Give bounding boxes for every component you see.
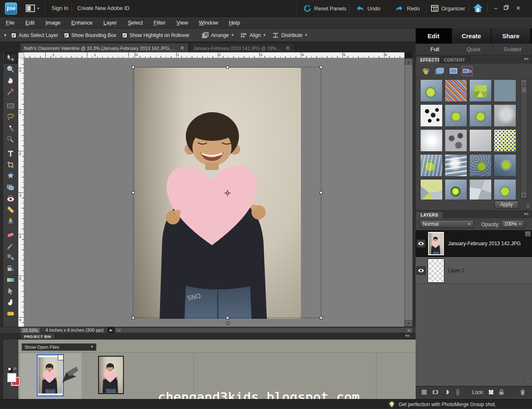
delete-layer-icon[interactable] <box>519 389 526 396</box>
blend-mode-dropdown[interactable]: Normal ▼ <box>420 220 474 228</box>
effect-thumbnail[interactable] <box>470 180 491 200</box>
effects-scrollbar[interactable]: ▲ ≡ ▼ <box>520 79 527 199</box>
reset-panels-button[interactable]: Reset Panels <box>303 3 346 13</box>
handle-top-left[interactable] <box>132 66 135 69</box>
lock-all-icon[interactable] <box>498 389 505 396</box>
checkbox-checked-icon[interactable]: ✓ <box>64 33 69 38</box>
arrange-button[interactable]: Arrange▼ <box>202 32 234 38</box>
menu-enhance[interactable]: Enhance <box>71 20 93 26</box>
effect-thumbnail[interactable] <box>445 130 467 151</box>
tool-eraser[interactable] <box>4 229 17 241</box>
effect-thumbnail[interactable] <box>421 130 442 151</box>
menu-layer[interactable]: Layer <box>103 20 117 26</box>
show-highlight-on-rollover-option[interactable]: ✓ Show Highlight on Rollover <box>122 32 190 38</box>
tool-lasso[interactable] <box>4 111 17 123</box>
tool-brush[interactable] <box>4 241 17 252</box>
tab-share[interactable]: Share <box>491 28 531 44</box>
handle-mid-right[interactable] <box>320 191 323 194</box>
menu-select[interactable]: Select <box>128 20 143 26</box>
effect-thumbnail[interactable] <box>421 180 442 200</box>
panel-menu-icon[interactable]: ▾≡ <box>405 333 410 338</box>
rotate-handle[interactable] <box>226 321 230 325</box>
all-effects-category-icon[interactable]: fx <box>462 66 473 76</box>
checkbox-checked-icon[interactable]: ✓ <box>122 33 127 38</box>
tool-gradient[interactable] <box>4 274 17 286</box>
tool-move[interactable] <box>4 52 17 64</box>
tool-sponge[interactable] <box>4 308 17 319</box>
effect-thumbnail[interactable] <box>470 80 491 101</box>
effect-thumbnail[interactable] <box>494 155 516 176</box>
redo-button[interactable]: Redo <box>395 3 420 13</box>
tool-smart-brush[interactable] <box>4 252 17 263</box>
tab-create[interactable]: Create <box>452 28 491 44</box>
layer-thumbnail[interactable] <box>428 232 444 255</box>
tool-zoom[interactable] <box>4 64 17 75</box>
filters-category-icon[interactable] <box>421 66 431 76</box>
handle-top-right[interactable] <box>320 66 323 69</box>
tool-spot-healing-brush[interactable] <box>4 204 17 215</box>
canvas-area[interactable] <box>24 58 404 327</box>
handle-mid-left[interactable] <box>132 191 135 194</box>
scrollbar-thumb[interactable]: ≡ <box>521 86 527 93</box>
default-colors-icon[interactable] <box>8 367 11 371</box>
visibility-eye-icon[interactable] <box>416 239 426 248</box>
show-bounding-box-option[interactable]: ✓ Show Bounding Box <box>64 32 116 38</box>
effect-thumbnail[interactable] <box>494 80 516 101</box>
resize-grip-icon[interactable] <box>526 204 530 208</box>
distribute-button[interactable]: Distribute▼ <box>273 32 308 38</box>
effect-thumbnail[interactable] <box>421 105 442 126</box>
layer-name[interactable]: Layer 1 <box>448 268 465 273</box>
tab-edit[interactable]: Edit <box>416 28 452 44</box>
layer-styles-category-icon[interactable] <box>434 66 445 76</box>
panel-menu-icon[interactable]: ▾≡ <box>524 57 529 61</box>
scroll-up-icon[interactable]: ▲ <box>525 231 531 237</box>
tool-recompose[interactable] <box>4 182 17 193</box>
menu-window[interactable]: Window <box>199 20 218 26</box>
sign-in-link[interactable]: Sign In <box>52 5 68 11</box>
effect-thumbnail[interactable] <box>421 155 442 176</box>
opacity-dropdown[interactable]: 100% ▼ <box>501 220 525 228</box>
transform-bounding-box[interactable] <box>133 67 321 318</box>
layers-tab[interactable]: LAYERS <box>416 211 443 218</box>
align-button[interactable]: Align▼ <box>241 32 266 38</box>
panel-menu-icon[interactable]: ▾≡ <box>524 212 529 216</box>
zoom-level-field[interactable]: 33.33% <box>20 327 40 333</box>
scroll-right-icon[interactable]: ▶ <box>406 328 412 333</box>
scroll-up-icon[interactable]: ▲ <box>521 79 527 86</box>
handle-bottom-right[interactable] <box>320 316 323 319</box>
visibility-eye-icon[interactable] <box>416 266 426 275</box>
scroll-down-icon[interactable]: ▼ <box>405 320 412 326</box>
layer-row-selected[interactable]: January-February 2013 142.JPG <box>416 230 532 257</box>
menu-view[interactable]: View <box>176 20 188 26</box>
status-arrow-button[interactable]: ▶ <box>108 327 114 333</box>
layer-name[interactable]: January-February 2013 142.JPG <box>448 241 521 246</box>
tool-crop[interactable] <box>4 159 17 170</box>
tool-type[interactable] <box>4 148 17 159</box>
home-button[interactable] <box>473 3 483 14</box>
layer-mask-icon[interactable] <box>432 389 439 396</box>
swap-colors-icon[interactable]: ⇄ <box>13 367 17 371</box>
foreground-color-swatch[interactable] <box>7 373 16 382</box>
effect-thumbnail[interactable] <box>494 180 516 200</box>
effect-thumbnail[interactable] <box>445 105 467 126</box>
layout-switcher-button[interactable]: ▼ <box>26 4 41 12</box>
scroll-down-icon[interactable]: ▼ <box>525 379 531 384</box>
new-layer-icon[interactable] <box>421 389 428 396</box>
tool-magic-wand[interactable] <box>4 123 17 134</box>
menu-help[interactable]: Help <box>229 20 240 26</box>
tool-hand[interactable] <box>4 75 17 86</box>
tool-paint-bucket[interactable] <box>4 263 17 274</box>
document-tab-inactive[interactable]: January-February 2013 142.JPG @ 19% (RGB… <box>190 43 294 53</box>
handle-bottom-left[interactable] <box>132 316 135 319</box>
tool-red-eye-removal[interactable] <box>4 193 17 204</box>
effect-thumbnail[interactable] <box>470 105 491 126</box>
show-open-files-dropdown[interactable]: Show Open Files ▼ <box>22 343 96 351</box>
adjustment-layer-icon[interactable] <box>443 389 450 396</box>
auto-select-layer-option[interactable]: ✓ Auto Select Layer <box>11 32 58 38</box>
tab-close-icon[interactable]: × <box>285 45 291 51</box>
handle-bottom-center[interactable] <box>226 316 229 319</box>
mode-guided[interactable]: Guided <box>493 44 532 55</box>
bin-thumbnail-selected[interactable] <box>37 354 64 397</box>
tool-quick-selection[interactable] <box>4 134 17 145</box>
tool-smudge[interactable] <box>4 297 17 308</box>
